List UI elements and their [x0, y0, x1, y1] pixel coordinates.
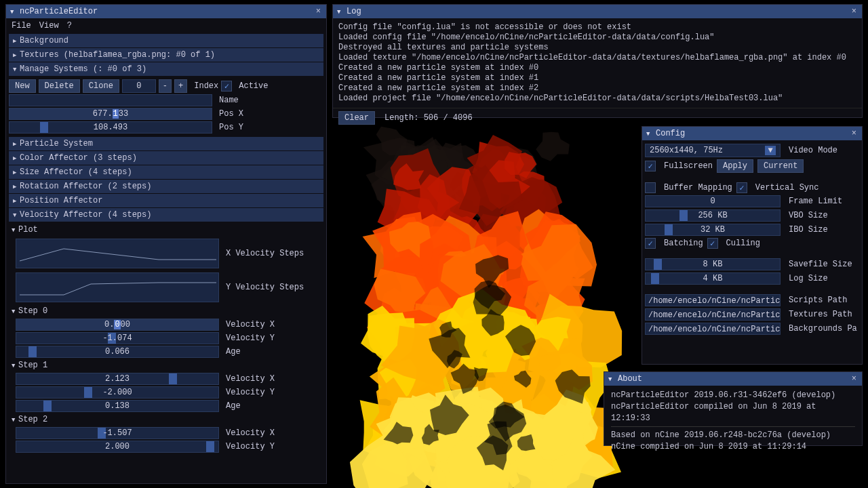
new-button[interactable]: New [9, 79, 36, 93]
posy-slider[interactable]: 108.493 [9, 121, 212, 134]
about-line: ncParticleEditor 2019.06.r31-3462ef6 (de… [611, 390, 855, 401]
plot-header[interactable]: Plot [9, 224, 323, 236]
dropdown-icon: ▼ [765, 146, 776, 155]
section-size-affector[interactable]: Size Affector (4 steps) [9, 165, 323, 179]
section-position-affector[interactable]: Position Affector [9, 194, 323, 207]
close-icon[interactable]: × [850, 374, 858, 384]
textures-path-input[interactable]: /home/encelo/nCine/ncParticleE [645, 308, 781, 321]
chevron-right-icon [13, 36, 20, 45]
about-line: Based on nCine 2019.06.r248-bc2c76a (dev… [611, 430, 855, 441]
chevron-right-icon [13, 139, 20, 148]
video-mode-select[interactable]: 2560x1440, 75Hz▼ [645, 144, 781, 157]
step1-vx[interactable]: 2.123 [16, 373, 219, 385]
about-line: ncParticleEditor compiled on Jun 8 2019 … [611, 401, 855, 424]
section-rotation-affector[interactable]: Rotation Affector (2 steps) [9, 180, 323, 193]
about-line: nCine compiled on Jun 8 2019 at 11:29:14 [611, 441, 855, 453]
backgrounds-path-input[interactable]: /home/encelo/nCine/ncParticleE [645, 323, 781, 335]
current-button[interactable]: Current [757, 159, 804, 173]
culling-checkbox[interactable] [707, 238, 718, 249]
log-content: Config file "config.lua" is not accessib… [333, 18, 862, 108]
close-icon[interactable]: × [850, 7, 858, 16]
about-panel: About × ncParticleEditor 2019.06.r31-346… [604, 371, 863, 446]
apply-button[interactable]: Apply [717, 159, 753, 173]
log-panel: Log × Config file "config.lua" is not ac… [332, 4, 863, 118]
section-color-affector[interactable]: Color Affector (3 steps) [9, 151, 323, 165]
about-title: About [618, 374, 642, 384]
collapse-icon [337, 7, 344, 16]
posx-label: Pos X [219, 109, 243, 119]
step2-header[interactable]: Step 2 [9, 413, 323, 426]
posx-slider[interactable]: 677.133 [9, 108, 212, 120]
step0-vy[interactable]: -1.074 [16, 332, 219, 344]
chevron-down-icon [12, 361, 18, 370]
chevron-down-icon [13, 210, 20, 220]
scripts-path-input[interactable]: /home/encelo/nCine/ncParticleE [645, 294, 781, 306]
log-title: Log [347, 7, 361, 16]
menu-file[interactable]: File [12, 21, 31, 30]
x-velocity-plot[interactable] [16, 239, 219, 268]
section-velocity-affector[interactable]: Velocity Affector (4 steps) [9, 208, 323, 222]
name-label: Name [219, 96, 239, 105]
menu-view[interactable]: View [39, 21, 59, 30]
editor-panel: ncParticleEditor × File View ? Backgroun… [5, 4, 327, 484]
ibo-slider[interactable]: 32 KB [645, 224, 781, 236]
collapse-icon [10, 7, 17, 16]
step2-vy[interactable]: 2.000 [16, 441, 219, 453]
index-plus[interactable]: + [174, 79, 187, 93]
particle-viewport [332, 122, 637, 488]
chevron-down-icon [12, 225, 18, 235]
step0-header[interactable]: Step 0 [9, 305, 323, 317]
editor-title: ncParticleEditor [20, 7, 98, 16]
buffer-mapping-checkbox[interactable] [645, 182, 656, 193]
log-titlebar[interactable]: Log × [333, 5, 862, 18]
section-manage-systems[interactable]: Manage Systems (: #0 of 3) [9, 62, 323, 76]
chevron-right-icon [13, 50, 20, 60]
delete-button[interactable]: Delete [39, 79, 80, 93]
step1-vy[interactable]: -2.000 [16, 386, 219, 399]
menubar: File View ? [6, 18, 326, 33]
active-checkbox[interactable] [221, 81, 232, 92]
chevron-down-icon [13, 64, 20, 74]
clone-button[interactable]: Clone [83, 79, 119, 93]
collapse-icon [608, 374, 615, 384]
section-particle-system[interactable]: Particle System [9, 137, 323, 150]
chevron-down-icon [12, 415, 18, 424]
savefile-slider[interactable]: 8 KB [645, 258, 781, 270]
section-textures[interactable]: Textures (helbaflamea_rgba.png: #0 of 1) [9, 48, 323, 62]
velocity-body: Plot X Velocity Steps Y Velocity Steps S… [6, 222, 326, 455]
frame-limit-slider[interactable]: 0 [645, 195, 781, 207]
step0-age[interactable]: 0.066 [16, 346, 219, 358]
menu-help[interactable]: ? [67, 21, 72, 30]
chevron-right-icon [13, 153, 20, 163]
step2-vx[interactable]: -1.507 [16, 427, 219, 439]
chevron-right-icon [13, 167, 20, 177]
close-icon[interactable]: × [850, 129, 858, 138]
section-background[interactable]: Background [9, 34, 323, 47]
y-velocity-plot[interactable] [16, 272, 219, 302]
index-minus[interactable]: - [159, 79, 172, 93]
logsize-slider[interactable]: 4 KB [645, 272, 781, 285]
name-input[interactable] [9, 94, 212, 106]
fullscreen-checkbox[interactable] [645, 161, 656, 171]
close-icon[interactable]: × [315, 7, 322, 16]
step1-header[interactable]: Step 1 [9, 359, 323, 371]
editor-titlebar[interactable]: ncParticleEditor × [6, 5, 326, 18]
chevron-right-icon [13, 196, 20, 205]
config-titlebar[interactable]: Config × [642, 127, 862, 140]
step1-age[interactable]: 0.138 [16, 400, 219, 412]
index-input[interactable]: 0 [122, 79, 156, 93]
posy-label: Pos Y [219, 123, 243, 132]
vsync-checkbox[interactable] [736, 182, 747, 193]
log-length: Length: 506 / 4096 [384, 113, 473, 123]
step0-vx[interactable]: 0.000 [16, 319, 219, 331]
batching-checkbox[interactable] [645, 238, 656, 249]
config-title: Config [656, 129, 685, 138]
vbo-slider[interactable]: 256 KB [645, 209, 781, 222]
about-titlebar[interactable]: About × [604, 372, 862, 386]
chevron-down-icon [12, 306, 18, 316]
index-label: Index [194, 81, 218, 91]
manage-body: New Delete Clone 0 - + Index Active Name… [6, 77, 326, 136]
collapse-icon [646, 129, 653, 138]
chevron-right-icon [13, 182, 20, 191]
active-label: Active [239, 81, 268, 91]
